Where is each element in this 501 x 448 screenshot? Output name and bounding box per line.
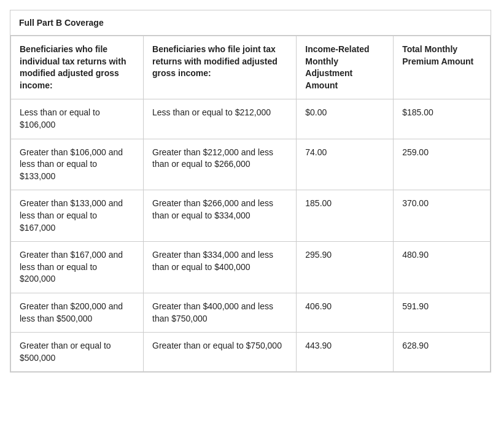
table-row: Greater than $200,000 and less than $500… xyxy=(11,293,491,332)
row-1-col2: Greater than $212,000 and less than or e… xyxy=(144,139,297,190)
row-2-col4: 370.00 xyxy=(394,190,491,242)
row-3-col2: Greater than $334,000 and less than or e… xyxy=(144,242,297,293)
row-4-col1: Greater than $200,000 and less than $500… xyxy=(11,293,144,332)
row-0-col3: $0.00 xyxy=(297,99,394,139)
table-row: Greater than $167,000 and less than or e… xyxy=(11,242,491,293)
row-4-col4: 591.90 xyxy=(394,293,491,332)
header-col3: Income-Related Monthly Adjustment Amount xyxy=(297,36,394,99)
row-5-col2: Greater than or equal to $750,000 xyxy=(144,333,297,372)
table-row: Greater than $106,000 and less than or e… xyxy=(11,139,491,190)
row-2-col1: Greater than $133,000 and less than or e… xyxy=(11,190,144,242)
full-part-b-coverage-table: Full Part B Coverage Beneficiaries who f… xyxy=(10,10,491,373)
table-header-row: Beneficiaries who file individual tax re… xyxy=(11,36,491,99)
table-row: Greater than or equal to $500,000Greater… xyxy=(11,333,491,372)
row-5-col3: 443.90 xyxy=(297,333,394,372)
row-0-col4: $185.00 xyxy=(394,99,491,139)
row-3-col1: Greater than $167,000 and less than or e… xyxy=(11,242,144,293)
row-0-col1: Less than or equal to $106,000 xyxy=(11,99,144,139)
row-2-col3: 185.00 xyxy=(297,190,394,242)
row-2-col2: Greater than $266,000 and less than or e… xyxy=(144,190,297,242)
header-col2: Beneficiaries who file joint tax returns… xyxy=(144,36,297,99)
header-col4: Total Monthly Premium Amount xyxy=(394,36,491,99)
row-1-col1: Greater than $106,000 and less than or e… xyxy=(11,139,144,190)
row-1-col3: 74.00 xyxy=(297,139,394,190)
table-row: Less than or equal to $106,000Less than … xyxy=(11,99,491,139)
row-0-col2: Less than or equal to $212,000 xyxy=(144,99,297,139)
row-3-col4: 480.90 xyxy=(394,242,491,293)
row-4-col2: Greater than $400,000 and less than $750… xyxy=(144,293,297,332)
table-title: Full Part B Coverage xyxy=(10,10,491,36)
row-3-col3: 295.90 xyxy=(297,242,394,293)
header-col1: Beneficiaries who file individual tax re… xyxy=(11,36,144,99)
row-1-col4: 259.00 xyxy=(394,139,491,190)
row-5-col4: 628.90 xyxy=(394,333,491,372)
row-5-col1: Greater than or equal to $500,000 xyxy=(11,333,144,372)
row-4-col3: 406.90 xyxy=(297,293,394,332)
table-row: Greater than $133,000 and less than or e… xyxy=(11,190,491,242)
